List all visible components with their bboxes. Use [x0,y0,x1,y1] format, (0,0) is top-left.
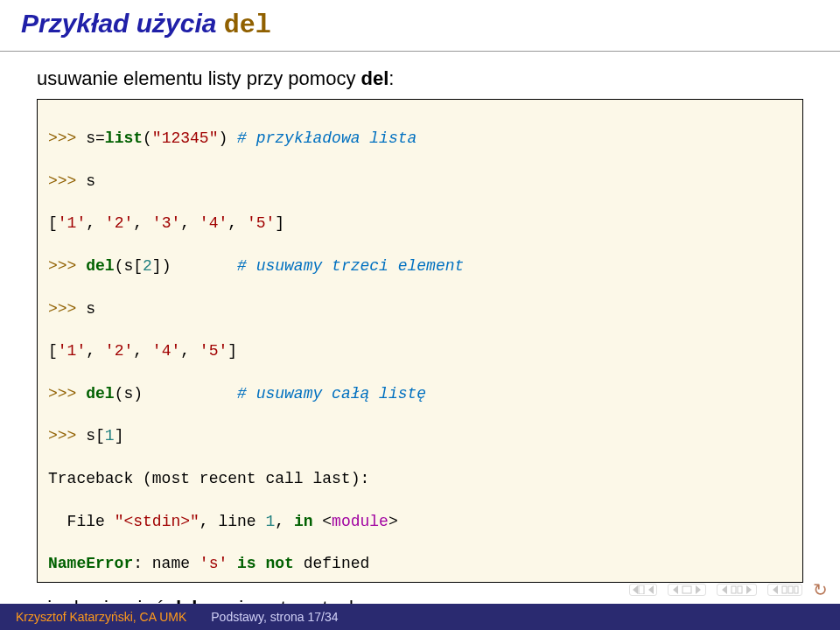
c1l3b: '2' [105,214,133,232]
title-bar: Przykład użycia del [0,0,840,52]
nav-first-icon[interactable] [629,584,657,596]
c1l8-num: 1 [105,427,115,444]
c1l2-prompt: >>> [48,172,86,190]
svg-rect-2 [732,586,736,593]
c1l11g: not [265,555,293,572]
c1l4-fn: del [86,257,114,275]
c1l5-prompt: >>> [48,300,86,318]
c1l1-str: "12345" [152,130,219,147]
lead1-after: : [388,67,394,89]
c1l4-cm: # usuwamy trzeci element [237,257,464,275]
code-block-1: >>> s=list("12345") # przykładowa lista … [37,99,803,583]
c1l9-text: Traceback (most recent call last): [48,470,369,487]
c1l3d: '4' [200,214,228,232]
nav-last-icon[interactable] [767,584,802,596]
content-area: usuwanie elementu listy przy pomocy del:… [0,52,840,630]
svg-rect-0 [639,585,644,594]
c1l6c: '4' [152,342,180,360]
c1l3s2: , [133,214,152,232]
svg-rect-1 [682,586,691,593]
c1l11f [256,555,266,572]
c1l3e: '5' [247,214,275,232]
c1l10c: , line [200,513,266,530]
c1l3-cb: ] [275,214,284,232]
c1l10e: , [275,513,294,530]
code1-line10: File "<stdin>", line 1, in <module> [48,511,792,532]
c1l4-code: (s[ [115,257,143,275]
c1l11a: NameError [48,555,133,572]
code1-line7: >>> del(s) # usuwamy całą listę [48,383,792,404]
c1l6-cb: ] [228,342,237,360]
c1l7-code: (s) [115,385,237,402]
c1l3-ob: [ [48,214,58,232]
c1l2-code: s [86,172,95,190]
code1-line3: ['1', '2', '3', '4', '5'] [48,213,792,234]
c1l6s1: , [86,342,105,360]
footer-bar: Krzysztof Katarzyński, CA UMK Podstawy, … [0,604,840,630]
nav-icon-row: ↻ [629,579,828,600]
code1-line1: >>> s=list("12345") # przykładowa lista [48,128,792,149]
svg-rect-3 [738,586,742,593]
lead1-before: usuwanie elementu listy przy pomocy [37,67,361,89]
lead-text-1: usuwanie elementu listy przy pomocy del: [37,67,803,90]
c1l1-close: ) [218,130,237,147]
c1l6b: '2' [105,342,133,360]
c1l11e: is [237,555,256,572]
c1l11b: : name [133,555,200,572]
code1-line6: ['1', '2', '4', '5'] [48,340,792,361]
slide: Przykład użycia del usuwanie elementu li… [0,0,840,630]
code1-line8: >>> s[1] [48,425,792,446]
c1l10f: in [294,513,313,530]
c1l6s2: , [133,342,152,360]
c1l10h: module [332,513,388,530]
title-prefix: Przykład użycia [21,9,224,38]
c1l8-code: s[ [86,427,105,444]
title-code: del [224,10,271,40]
c1l3a: '1' [58,214,86,232]
code1-line5: >>> s [48,298,792,319]
c1l10i: > [388,513,398,530]
c1l4-num: 2 [143,257,152,275]
c1l6-ob: [ [48,342,58,360]
c1l8-close: ] [115,427,124,444]
nav-next-icon[interactable] [717,584,757,596]
c1l3s3: , [180,214,200,232]
c1l6a: '1' [58,342,86,360]
c1l1-fn: list [105,130,143,147]
c1l10b: "<stdin>" [115,513,200,530]
footer-lecture: Podstawy, strona 17/34 [211,610,338,624]
code1-line9: Traceback (most recent call last): [48,468,792,489]
c1l1-code: s= [86,130,105,147]
c1l7-cm: # usuwamy całą listę [237,385,426,402]
c1l11d [228,555,237,572]
c1l6s3: , [180,342,200,360]
c1l3c: '3' [152,214,180,232]
c1l8-prompt: >>> [48,427,86,444]
c1l4-close: ]) [152,257,237,275]
c1l5-code: s [86,300,95,318]
svg-rect-6 [794,586,798,593]
c1l6d: '5' [200,342,228,360]
c1l10g: < [313,513,332,530]
c1l1-open: ( [143,130,152,147]
reload-icon[interactable]: ↻ [813,579,828,600]
code1-line4: >>> del(s[2]) # usuwamy trzeci element [48,256,792,276]
code1-line2: >>> s [48,171,792,192]
c1l1-prompt: >>> [48,130,86,147]
c1l1-cm: # przykładowa lista [237,130,416,147]
c1l10d: 1 [265,513,275,530]
svg-rect-4 [782,586,787,593]
c1l4-prompt: >>> [48,257,86,275]
lead1-keyword: del [361,67,389,89]
c1l11h: defined [294,555,369,572]
c1l7-prompt: >>> [48,385,86,402]
c1l11c: 's' [200,555,228,572]
code1-line11: NameError: name 's' is not defined [48,553,792,574]
c1l3s4: , [228,214,247,232]
c1l3s1: , [86,214,105,232]
c1l7-fn: del [86,385,114,402]
svg-rect-5 [788,586,793,593]
nav-prev-icon[interactable] [668,584,706,596]
footer-author: Krzysztof Katarzyński, CA UMK [16,610,186,624]
c1l10a: File [48,513,115,530]
